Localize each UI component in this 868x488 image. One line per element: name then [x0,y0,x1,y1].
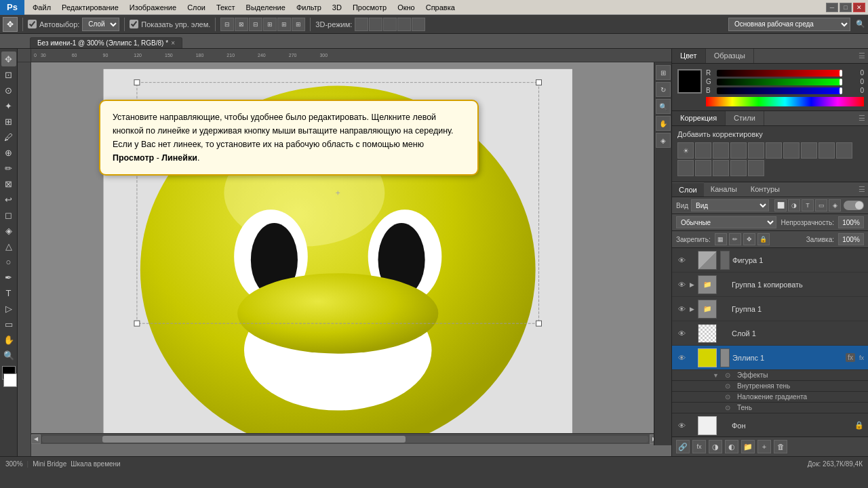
hsl-btn[interactable] [766,142,782,159]
lock-transparent-btn[interactable]: ▦ [715,233,727,245]
effect-eye[interactable]: ⊙ [725,371,730,379]
rotate-view-btn[interactable]: ↻ [656,82,671,97]
layer-expand-group1copy[interactable]: ▶ [690,281,695,288]
paths-tab[interactable]: Контуры [744,182,787,197]
stamp-tool[interactable]: ⊠ [1,176,16,191]
filter-type-btn[interactable]: T [802,199,814,211]
close-btn[interactable]: ✕ [853,3,865,12]
shadow-eye[interactable]: ⊙ [725,404,730,411]
menu-edit[interactable]: Редактирование [56,2,124,13]
align-right-btn[interactable]: ⊟ [249,18,262,31]
eyedropper-tool[interactable]: 🖊 [1,129,16,144]
channels-tab[interactable]: Каналы [704,182,744,197]
scrollbar-thumb[interactable] [102,436,406,443]
curves-btn[interactable] [713,142,729,159]
layer-eye-sloi1[interactable]: 👁 [676,328,687,339]
exposure-btn[interactable] [730,142,747,159]
eraser-tool[interactable]: ◻ [1,207,16,222]
background-color[interactable] [3,373,17,387]
move-tool[interactable]: ✥ [1,52,16,66]
layer-item-group1[interactable]: 👁 ▶ 📁 Группа 1 [672,297,868,321]
menu-layers[interactable]: Слои [182,2,211,13]
menu-help[interactable]: Справка [420,2,460,13]
canvas-viewport[interactable]: Установите направляющие, чтобы удобнее б… [31,62,671,444]
lock-position-btn[interactable]: ✥ [743,233,755,245]
scroll-left-btn[interactable]: ◀ [31,434,41,444]
gradient-overlay-eye[interactable]: ⊙ [725,393,730,401]
3d-btn2[interactable] [369,18,382,31]
history-brush-tool[interactable]: ↩ [1,192,16,207]
lasso-tool[interactable]: ⊙ [1,83,16,98]
blend-mode-select[interactable]: Обычные [676,216,776,228]
layer-eye-background[interactable]: 👁 [676,420,687,431]
gradient-tool[interactable]: ◈ [1,223,16,238]
fill-input[interactable] [838,233,864,245]
channelmix-btn[interactable] [836,142,852,159]
select-tool[interactable]: ⊡ [1,67,16,82]
layer-expand-group1[interactable]: ▶ [690,306,695,312]
zoom-tool[interactable]: 🔍 [1,348,16,363]
layers-panel-menu[interactable]: ☰ [856,182,868,197]
gradient-map-btn[interactable] [730,160,747,176]
color-panel-menu[interactable]: ☰ [856,49,868,63]
align-center-h-btn[interactable]: ⊠ [235,18,248,31]
threshold-btn[interactable] [713,160,729,176]
levels-btn[interactable] [695,142,711,159]
hand-scroll-btn[interactable]: ✋ [656,116,671,131]
styles-tab[interactable]: Стили [726,111,764,125]
align-bottom-btn[interactable]: ⊞ [292,18,305,31]
filter-shape-btn[interactable]: ▭ [815,199,827,211]
layer-eye-ellipse1[interactable]: 👁 [676,352,687,363]
pen-tool[interactable]: ✒ [1,270,16,285]
layer-item-background[interactable]: 👁 Фон 🔒 [672,413,868,436]
3d-btn5[interactable] [412,18,425,31]
selective-color-btn[interactable] [748,160,764,176]
scrollbar-track[interactable] [42,436,648,443]
menu-select[interactable]: Выделение [241,2,291,13]
brightness-btn[interactable]: ☀ [677,142,694,159]
inner-shadow-eye[interactable]: ⊙ [725,382,730,390]
3d-btn4[interactable] [397,18,411,31]
layer-filter-toggle[interactable] [844,201,864,210]
layer-style-btn[interactable]: fx [692,440,706,453]
posterize-btn[interactable] [695,160,711,176]
crop-tool[interactable]: ⊞ [1,114,16,129]
document-tab[interactable]: Без имени-1 @ 300% (Эллипс 1, RGB/8) * × [30,37,182,48]
photofilt-btn[interactable] [818,142,835,159]
ruler-corner[interactable] [18,49,31,62]
horizontal-scrollbar[interactable]: ◀ ▶ ▶ [31,433,671,444]
colorbalance-btn[interactable] [783,142,800,159]
tab-close-btn[interactable]: × [171,39,175,47]
autoselect-dropdown[interactable]: Слой [82,18,119,31]
layer-item-sloi1[interactable]: 👁 Слой 1 [672,321,868,346]
invert-btn[interactable] [677,160,694,176]
blur-tool[interactable]: △ [1,239,16,253]
3d-btn1[interactable] [355,18,368,31]
show-controls-checkbox[interactable] [130,20,138,28]
mini-bridge-label[interactable]: Mini Bridge [33,460,66,468]
brush-tool[interactable]: ✏ [1,161,16,176]
view-select[interactable]: Вид [691,199,769,211]
opacity-input[interactable] [838,216,864,228]
search-icon[interactable]: 🔍 [856,20,865,28]
layer-eye-figura1[interactable]: 👁 [676,255,687,266]
ellipse1-fx-icon[interactable]: fx [859,354,864,361]
g-slider[interactable] [717,79,842,85]
filter-smartobj-btn[interactable]: ◈ [829,199,841,211]
menu-3d[interactable]: 3D [327,2,347,13]
add-group-btn[interactable]: 📁 [741,440,755,453]
align-center-v-btn[interactable]: ⊞ [277,18,291,31]
layers-tab[interactable]: Слои [672,182,704,197]
shape-tool[interactable]: ▭ [1,317,16,331]
b-slider[interactable] [717,87,842,94]
r-slider[interactable] [717,70,842,77]
restore-btn[interactable]: □ [840,3,852,12]
menu-image[interactable]: Изображение [124,2,182,13]
color-tab[interactable]: Цвет [672,49,706,63]
vibrance-btn[interactable] [748,142,764,159]
add-adjustment-btn[interactable]: ◐ [725,440,738,453]
filter-pixel-btn[interactable]: ⬜ [774,199,787,211]
autoselect-checkbox[interactable] [28,20,37,28]
menu-view[interactable]: Просмотр [347,2,392,13]
color-swatch[interactable] [677,69,702,94]
